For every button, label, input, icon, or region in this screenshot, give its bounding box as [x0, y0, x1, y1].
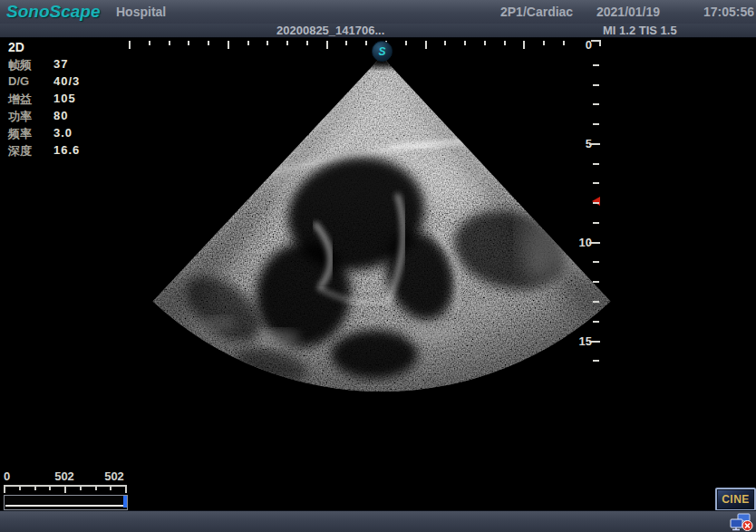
ruler-tick [593, 321, 599, 323]
ruler-tick [425, 41, 427, 49]
cine-scale-start: 0 [4, 469, 10, 483]
ruler-tick [484, 41, 486, 45]
depth-ruler: 051015 [573, 37, 604, 400]
ruler-tick [593, 261, 599, 263]
cine-button[interactable]: CINE [715, 488, 756, 511]
preset-label: 2P1/Cardiac [500, 5, 573, 19]
ruler-tick [80, 487, 82, 490]
ruler-tick [267, 41, 268, 45]
ruler-tick [306, 41, 308, 45]
ruler-tick [188, 41, 189, 45]
time-label: 17:05:56 [703, 5, 754, 19]
cine-frame-scale: 0 502 502 [4, 469, 131, 495]
ruler-tick [129, 41, 131, 49]
ruler-tick [593, 301, 599, 303]
hospital-label: Hospital [116, 5, 166, 19]
ruler-tick [125, 487, 127, 493]
cine-position-marker[interactable] [123, 496, 127, 508]
ruler-label: 0 [570, 38, 592, 53]
param-value: 80 [53, 109, 68, 122]
ruler-tick [49, 487, 51, 490]
ruler-tick [593, 202, 599, 204]
ruler-tick [95, 487, 97, 490]
cine-scale-end: 502 [104, 469, 124, 483]
ruler-tick [208, 41, 209, 45]
ruler-tick [593, 182, 599, 184]
ruler-tick [228, 41, 229, 49]
param-row-gain: 增益 105 [8, 92, 126, 109]
ruler-tick [593, 222, 599, 224]
probe-orientation-icon: S [372, 41, 393, 62]
param-row-frequency: 频率 3.0 [8, 126, 126, 143]
ruler-tick [593, 123, 599, 125]
ruler-tick [444, 41, 446, 45]
param-value: 40/3 [53, 74, 80, 88]
param-value: 16.6 [53, 143, 80, 157]
header-bar: SonoScape Hospital 2P1/Cardiac 2021/01/1… [0, 0, 756, 24]
param-row-depth: 深度 16.6 [8, 143, 126, 160]
ruler-tick [523, 41, 525, 49]
subheader-bar: 20200825_141706... MI 1.2 TIS 1.5 [0, 24, 756, 38]
ruler-tick [593, 103, 599, 105]
param-value: 105 [53, 92, 76, 105]
focus-depth-marker left-triangle-icon [592, 197, 600, 206]
param-row-power: 功率 80 [8, 109, 126, 126]
ruler-tick [169, 41, 170, 45]
cine-progress-bar[interactable] [4, 495, 128, 510]
param-row-dg: D/G 40/3 [8, 74, 126, 92]
ruler-tick [589, 242, 600, 244]
cine-scale-mid: 502 [54, 469, 74, 483]
param-label: 深度 [8, 143, 32, 160]
ruler-tick [563, 41, 565, 45]
param-label: 帧频 [8, 57, 32, 73]
network-disconnected-icon [729, 513, 753, 531]
acoustic-output-label: MI 1.2 TIS 1.5 [603, 24, 677, 37]
ruler-tick [34, 487, 36, 490]
ruler-tick [593, 64, 599, 66]
ruler-tick [504, 41, 506, 45]
brand-logo: SonoScape [6, 2, 100, 22]
ruler-tick [326, 41, 328, 49]
param-label: D/G [8, 74, 29, 88]
ruler-tick [149, 41, 150, 45]
ruler-tick [247, 41, 249, 45]
ruler-tick [464, 41, 466, 45]
ruler-tick [286, 41, 288, 45]
ruler-tick [19, 487, 21, 490]
ruler-tick [345, 41, 347, 45]
ruler-tick [365, 41, 367, 45]
probe-marker-letter: S [378, 45, 385, 58]
ruler-tick [591, 40, 601, 46]
param-row-framerate: 帧频 37 [8, 57, 126, 74]
ruler-tick [593, 360, 599, 362]
ruler-tick [405, 41, 407, 45]
ruler-tick [593, 84, 599, 86]
ruler-tick [543, 41, 545, 45]
ruler-tick [589, 341, 600, 343]
ruler-tick [4, 487, 5, 493]
date-label: 2021/01/19 [596, 5, 660, 19]
ruler-tick [589, 143, 600, 145]
exam-id-label: 20200825_141706... [276, 24, 384, 37]
param-value: 37 [53, 57, 68, 71]
status-bar [0, 510, 756, 532]
ultrasound-screen: SonoScape Hospital 2P1/Cardiac 2021/01/1… [0, 0, 756, 532]
ruler-tick [593, 281, 599, 283]
param-value: 3.0 [53, 126, 73, 140]
ruler-tick [593, 163, 599, 165]
ruler-tick [64, 487, 66, 493]
ruler-tick [110, 487, 111, 490]
param-label: 频率 [8, 126, 32, 142]
param-label: 功率 [8, 109, 32, 125]
param-label: 增益 [8, 92, 32, 108]
cine-bar-track [5, 505, 126, 507]
